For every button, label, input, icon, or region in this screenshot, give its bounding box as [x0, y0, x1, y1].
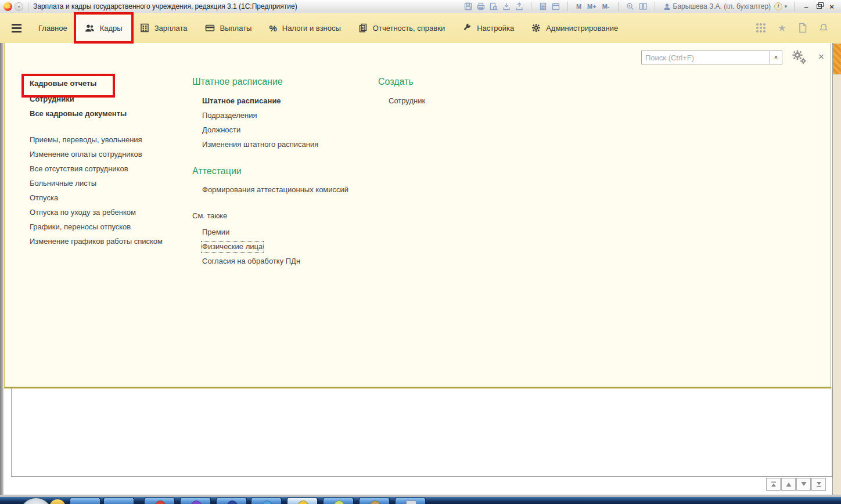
start-button[interactable] — [20, 498, 52, 504]
menu-item[interactable]: Формирования аттестационных комиссий — [202, 185, 348, 195]
last-page-icon — [815, 481, 822, 488]
1c-logo: 1С — [3, 2, 12, 11]
last-page-button[interactable] — [811, 478, 826, 491]
save-icon[interactable] — [462, 2, 474, 12]
percent-icon: % — [269, 23, 276, 33]
window-title: Зарплата и кадры государственного учрежд… — [33, 2, 297, 10]
section-header-attestatsii: Аттестации — [192, 166, 242, 177]
taskbar-button[interactable] — [144, 498, 175, 504]
page-up-button[interactable] — [781, 478, 796, 491]
content-border-bottom — [11, 476, 832, 477]
menu-item[interactable]: Премии — [202, 228, 229, 237]
windows-taskbar — [0, 497, 841, 504]
section-header-sozdat: Создать — [378, 77, 414, 87]
taskbar-button[interactable] — [287, 498, 318, 504]
tab-label: Настройка — [477, 24, 514, 33]
export-icon[interactable] — [513, 2, 525, 12]
menu-item-kadrovye-otchety[interactable]: Кадровые отчеты — [30, 79, 96, 88]
first-page-button[interactable] — [766, 478, 781, 491]
menu-item[interactable]: Больничные листы — [30, 179, 96, 188]
menu-item[interactable]: Изменения штатного расписания — [202, 140, 318, 149]
menu-item[interactable]: Приемы, переводы, увольнения — [30, 135, 142, 145]
app-icon — [262, 501, 272, 504]
tab-nastroyka[interactable]: Настройка — [454, 15, 523, 41]
app-icon — [298, 501, 308, 504]
menu-item-sotrudnik-create[interactable]: Сотрудник — [389, 96, 425, 106]
menu-item-fizicheskie-litsa[interactable]: Физические лица — [202, 242, 263, 251]
calculator-icon[interactable] — [537, 2, 549, 12]
tab-nalogi[interactable]: % Налоги и взносы — [260, 15, 349, 41]
import-icon[interactable] — [501, 2, 512, 12]
application-window: 1С ▼ Зарплата и кадры государственного у… — [0, 0, 841, 504]
zoom-icon[interactable] — [624, 2, 636, 12]
menu-item[interactable]: Изменение графиков работы списком — [30, 237, 163, 246]
tab-label: Отчетность, справки — [373, 24, 445, 33]
taskbar-button[interactable] — [180, 498, 211, 504]
taskbar-button[interactable] — [103, 498, 134, 504]
menu-item-shtatnoe-raspisanie[interactable]: Штатное расписание — [202, 96, 281, 106]
restore-button[interactable] — [813, 2, 825, 11]
main-menu-dropdown-button[interactable]: ▼ — [15, 2, 23, 11]
print-icon[interactable] — [475, 2, 487, 12]
page-down-icon — [800, 481, 807, 488]
app-icon — [370, 501, 380, 504]
apps-grid-icon[interactable] — [756, 23, 766, 33]
tab-zarplata[interactable]: Зарплата — [131, 15, 196, 41]
title-bar: 1С ▼ Зарплата и кадры государственного у… — [0, 0, 841, 13]
menu-item[interactable]: Все отсутствия сотрудников — [30, 164, 128, 174]
calculator-grid-icon — [140, 23, 149, 33]
menu-item[interactable]: Отпуска — [30, 193, 58, 203]
memory-add-button[interactable]: М+ — [585, 3, 599, 10]
taskbar-button[interactable] — [323, 498, 354, 504]
split-window-icon[interactable] — [637, 2, 649, 12]
tab-label: Выплаты — [220, 24, 252, 33]
tab-vyplaty[interactable]: Выплаты — [196, 15, 261, 41]
tab-otchetnost[interactable]: Отчетность, справки — [350, 15, 454, 41]
hamburger-menu-icon[interactable] — [12, 24, 21, 33]
memory-recall-button[interactable]: М — [574, 3, 584, 10]
panel-settings-gear-icon[interactable] — [790, 48, 807, 66]
taskbar-button[interactable] — [395, 498, 426, 504]
restore-icon — [817, 4, 822, 9]
section-header-sm-takzhe: См. также — [192, 211, 227, 220]
print-preview-icon[interactable] — [488, 2, 499, 12]
menu-item-vse-kadrovye-dokumenty[interactable]: Все кадровые документы — [30, 109, 127, 118]
history-icon[interactable] — [798, 23, 807, 33]
separator — [794, 2, 795, 11]
chevron-down-icon[interactable]: ▼ — [784, 4, 788, 9]
search-clear-button[interactable]: × — [770, 51, 782, 64]
menu-item[interactable]: Графики, переносы отпусков — [30, 222, 131, 232]
menu-item[interactable]: Изменение оплаты сотрудников — [30, 150, 142, 159]
tab-administrirovanie[interactable]: Администрирование — [523, 15, 627, 41]
gear-icon — [531, 23, 541, 33]
info-icon[interactable]: i — [774, 2, 782, 10]
main-content-area — [3, 387, 841, 495]
notifications-bell-icon[interactable] — [819, 23, 828, 33]
user-icon — [663, 3, 671, 10]
panel-close-icon[interactable]: × — [815, 51, 827, 63]
taskbar-button[interactable] — [216, 498, 247, 504]
menu-item-sotrudniki[interactable]: Сотрудники — [30, 95, 74, 104]
menu-item[interactable]: Подразделения — [202, 111, 257, 120]
calendar-icon[interactable] — [550, 2, 562, 12]
taskbar-button[interactable] — [251, 498, 282, 504]
menu-item[interactable]: Должности — [202, 125, 240, 135]
close-button[interactable]: × — [826, 2, 838, 11]
page-down-button[interactable] — [796, 478, 811, 491]
minimize-button[interactable]: – — [800, 2, 812, 11]
folder-icon[interactable] — [50, 499, 65, 504]
menu-item[interactable]: Согласия на обработку ПДн — [202, 257, 300, 266]
current-user[interactable]: Барышева З.А. (гл. бухгалтер) — [663, 2, 771, 10]
page-navigation — [766, 478, 826, 491]
page-up-icon — [785, 481, 792, 488]
user-name-label: Барышева З.А. (гл. бухгалтер) — [673, 2, 771, 10]
tab-glavnoe[interactable]: Главное — [30, 15, 76, 41]
taskbar-button[interactable] — [70, 498, 100, 504]
taskbar-button[interactable] — [359, 498, 390, 504]
search-input[interactable] — [641, 51, 770, 64]
memory-subtract-button[interactable]: М- — [600, 3, 612, 10]
menu-item[interactable]: Отпуска по уходу за ребенком — [30, 208, 136, 217]
tab-kadry[interactable]: Кадры — [76, 15, 131, 41]
favorites-star-icon[interactable]: ★ — [778, 22, 786, 34]
side-panel-peek — [833, 44, 841, 74]
